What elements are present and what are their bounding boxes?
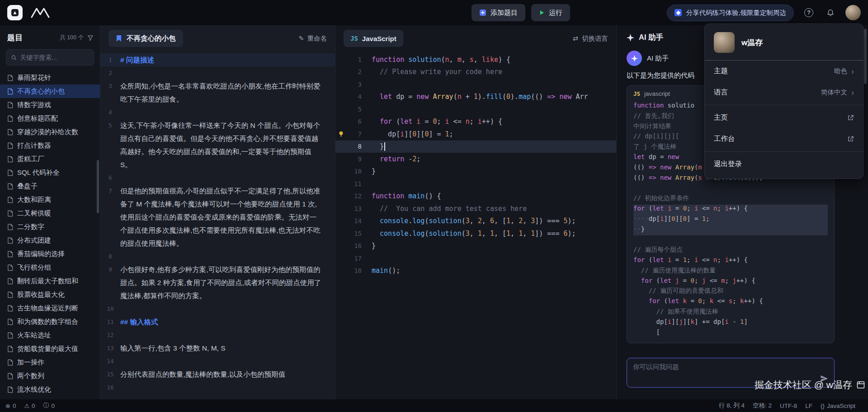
- menu-divider: [705, 151, 863, 152]
- filter-icon[interactable]: [87, 35, 94, 41]
- theme-value: 暗色: [834, 67, 847, 75]
- sidebar-item-label: 加一操作: [17, 358, 44, 367]
- theme-label: 主题: [714, 66, 728, 76]
- sidebar-item[interactable]: 大数和距离: [0, 193, 100, 206]
- sidebar-item[interactable]: 两个数列: [0, 369, 100, 383]
- sidebar-item[interactable]: 暴雨梨花针: [0, 71, 100, 84]
- sidebar-item[interactable]: 流水线优化: [0, 383, 100, 396]
- ai-code-line: for (let k = 0; k <= s; k++) {: [633, 297, 828, 308]
- document-icon: [7, 169, 13, 176]
- sidebar-item[interactable]: 和为偶数的数字组合: [0, 315, 100, 328]
- menu-item-workbench[interactable]: 工作台: [705, 128, 863, 150]
- markdown-line: 1# 问题描述: [100, 53, 335, 66]
- eol-setting[interactable]: LF: [805, 403, 812, 409]
- code-line[interactable]: 11: [335, 178, 616, 190]
- line-number: 7: [346, 131, 362, 138]
- code-line[interactable]: 16}: [335, 240, 616, 253]
- code-line[interactable]: 12function main() {: [335, 190, 616, 203]
- switch-language-button[interactable]: ⇄ 切换语言: [573, 34, 608, 43]
- sidebar-item[interactable]: 创意标题匹配: [0, 112, 100, 125]
- code-line[interactable]: 8 }: [335, 140, 616, 153]
- sidebar-item[interactable]: 打点计数器: [0, 139, 100, 152]
- sidebar-item[interactable]: 不再贪心的小包: [0, 84, 100, 98]
- markdown-line: 12: [100, 328, 335, 342]
- rename-button[interactable]: ✎ 重命名: [298, 34, 327, 43]
- warnings-indicator[interactable]: ⚠ 0: [24, 403, 35, 409]
- document-icon: [7, 264, 13, 271]
- info-indicator[interactable]: ⓘ 0: [43, 402, 55, 410]
- markdown-text: 小包很好奇,他有多少种方案,可以吃到喜爱值刚好为他的预期值的甜点。如果 2 种方…: [120, 263, 335, 302]
- sidebar-item[interactable]: 蛋糕工厂: [0, 152, 100, 166]
- menu-item-theme[interactable]: 主题 暗色 ›: [705, 61, 863, 82]
- indentation-setting[interactable]: 空格: 2: [753, 402, 772, 410]
- line-number: 4: [346, 93, 362, 100]
- menu-item-home[interactable]: 主页: [705, 107, 863, 128]
- code-line[interactable]: 7 dp[i][0][0] = 1;: [335, 128, 616, 140]
- topbar: 添加题目 运行 分享代码练习体验,领限量定制周边 ?: [0, 0, 868, 25]
- window-scrollbar[interactable]: [864, 29, 867, 84]
- errors-count: 0: [13, 403, 16, 409]
- quickfix-lightbulb-icon[interactable]: [335, 131, 346, 137]
- sidebar-item[interactable]: 火车站选址: [0, 328, 100, 342]
- help-icon[interactable]: ?: [802, 6, 816, 19]
- sidebar-item[interactable]: 猜数字游戏: [0, 98, 100, 112]
- code-text: }: [372, 142, 384, 150]
- code-line[interactable]: 4 let dp = new Array(n + 1).fill(0).map(…: [335, 91, 616, 103]
- code-text: // You can add more test cases here: [372, 205, 527, 213]
- code-line[interactable]: 2 // Please write your code here: [335, 66, 616, 79]
- line-number: 12: [100, 328, 120, 342]
- run-button[interactable]: 运行: [531, 4, 570, 21]
- notifications-bell-icon[interactable]: [824, 6, 837, 19]
- markdown-text: 众所周知,小包是一名非常喜欢吃甜点的小朋友,他在工作时特别爱吃下午茶里的甜食。: [120, 80, 335, 106]
- language-tab[interactable]: JS JavaScript: [344, 30, 403, 47]
- menu-avatar: [714, 32, 735, 53]
- markdown-line: 3众所周知,小包是一名非常喜欢吃甜点的小朋友,他在工作时特别爱吃下午茶里的甜食。: [100, 80, 335, 106]
- markdown-line: 11## 输入格式: [100, 315, 335, 328]
- sidebar-item[interactable]: 飞行棋分组: [0, 261, 100, 274]
- code-text: // Please write your code here: [372, 68, 502, 76]
- sidebar-item[interactable]: 番茄编辑的选择: [0, 247, 100, 261]
- language-mode[interactable]: {} JavaScript: [821, 403, 855, 409]
- app-logo[interactable]: [7, 5, 23, 20]
- share-promo-banner[interactable]: 分享代码练习体验,领限量定制周边: [667, 5, 794, 21]
- user-avatar[interactable]: [845, 5, 861, 20]
- code-line[interactable]: 5: [335, 103, 616, 116]
- problem-content[interactable]: 1# 问题描述23众所周知,小包是一名非常喜欢吃甜点的小朋友,他在工作时特别爱吃…: [100, 52, 335, 399]
- sidebar-item[interactable]: 货船载货量的最大值: [0, 342, 100, 356]
- code-line[interactable]: 6 for (let i = 0; i <= n; i++) {: [335, 116, 616, 128]
- menu-username: w温存: [741, 37, 763, 48]
- sidebar-item[interactable]: 古生物血缘远近判断: [0, 301, 100, 315]
- sidebar-item[interactable]: 翻转后最大子数组和: [0, 274, 100, 288]
- menu-item-language[interactable]: 语言 简体中文 ›: [705, 82, 863, 103]
- user-menu: w温存 主题 暗色 › 语言 简体中文 › 主页 工作台: [704, 23, 863, 179]
- code-line[interactable]: 9 return -2;: [335, 153, 616, 165]
- code-line[interactable]: 3: [335, 78, 616, 91]
- sidebar-item[interactable]: 叠盘子: [0, 179, 100, 193]
- sidebar-scrollbar[interactable]: [97, 160, 99, 213]
- sidebar-item[interactable]: 二分数字: [0, 220, 100, 234]
- line-number: 3: [346, 81, 362, 88]
- search-box[interactable]: [6, 49, 94, 66]
- sidebar-item[interactable]: SQL 代码补全: [0, 166, 100, 179]
- code-line[interactable]: 17: [335, 252, 616, 265]
- add-problem-button[interactable]: 添加题目: [472, 4, 525, 21]
- cursor-position[interactable]: 行 8, 列 4: [719, 402, 745, 410]
- code-line[interactable]: 13 // You can add more test cases here: [335, 202, 616, 215]
- code-line[interactable]: 1function solution(n, m, s, like) {: [335, 53, 616, 66]
- code-line[interactable]: 18main();: [335, 265, 616, 277]
- sidebar-item-label: 番茄编辑的选择: [17, 250, 65, 258]
- menu-item-logout[interactable]: 退出登录: [705, 154, 863, 175]
- errors-indicator[interactable]: ⊗ 0: [5, 403, 16, 409]
- sidebar-item[interactable]: 加一操作: [0, 356, 100, 369]
- code-line[interactable]: 10}: [335, 165, 616, 178]
- sidebar-item[interactable]: 二叉树供暖: [0, 206, 100, 220]
- code-editor[interactable]: 1function solution(n, m, s, like) {2 // …: [335, 52, 616, 399]
- encoding[interactable]: UTF-8: [780, 403, 797, 409]
- search-input[interactable]: [20, 54, 89, 61]
- sidebar-item[interactable]: 股票收益最大化: [0, 288, 100, 301]
- code-line[interactable]: 15 console.log(solution(3, 1, 1, [1, 1, …: [335, 227, 616, 240]
- code-line[interactable]: 14 console.log(solution(3, 2, 6, [1, 2, …: [335, 215, 616, 228]
- sidebar-item[interactable]: 穿越沙漠的补给次数: [0, 125, 100, 139]
- ai-assistant-name: AI 助手: [647, 54, 669, 63]
- sidebar-item[interactable]: 分布式团建: [0, 234, 100, 247]
